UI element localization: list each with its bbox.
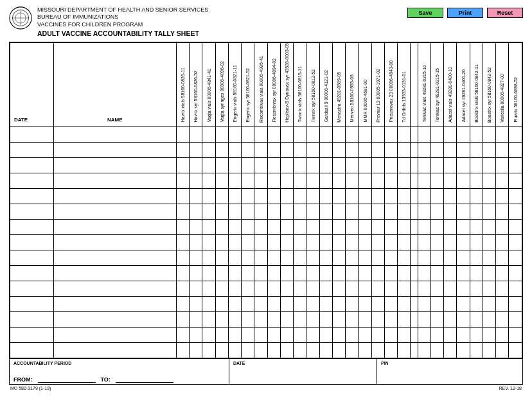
tally-cell[interactable] — [176, 204, 189, 219]
tally-cell[interactable] — [228, 204, 241, 219]
tally-cell[interactable] — [176, 127, 189, 142]
tally-cell[interactable] — [176, 265, 189, 281]
tally-cell[interactable] — [430, 342, 443, 358]
tally-cell[interactable] — [190, 250, 202, 265]
name-cell[interactable] — [53, 127, 176, 142]
tally-cell[interactable] — [319, 234, 332, 250]
tally-cell[interactable] — [254, 327, 267, 342]
date-cell[interactable] — [10, 142, 54, 157]
tally-cell[interactable] — [190, 173, 202, 188]
tally-cell[interactable] — [470, 265, 483, 281]
tally-cell[interactable] — [418, 296, 430, 311]
tally-cell[interactable] — [444, 127, 457, 142]
tally-cell[interactable] — [215, 265, 228, 281]
tally-cell[interactable] — [280, 188, 293, 204]
tally-cell[interactable] — [444, 142, 457, 157]
tally-cell[interactable] — [294, 188, 306, 204]
tally-cell[interactable] — [254, 250, 267, 265]
tally-cell[interactable] — [319, 219, 332, 234]
tally-cell[interactable] — [228, 173, 241, 188]
date-cell[interactable] — [10, 157, 54, 173]
tally-cell[interactable] — [176, 234, 189, 250]
tally-cell[interactable] — [306, 265, 319, 281]
tally-cell[interactable] — [509, 142, 522, 157]
tally-cell[interactable] — [280, 311, 293, 327]
tally-cell[interactable] — [319, 250, 332, 265]
tally-cell[interactable] — [202, 250, 215, 265]
tally-cell[interactable] — [267, 342, 280, 358]
tally-cell[interactable] — [371, 327, 384, 342]
tally-cell[interactable] — [176, 311, 189, 327]
tally-cell[interactable] — [509, 250, 522, 265]
date-cell[interactable] — [10, 234, 54, 250]
tally-cell[interactable] — [457, 250, 470, 265]
tally-cell[interactable] — [202, 234, 215, 250]
tally-cell[interactable] — [346, 142, 359, 157]
tally-cell[interactable] — [483, 188, 495, 204]
tally-cell[interactable] — [509, 219, 522, 234]
tally-cell[interactable] — [306, 142, 319, 157]
tally-cell[interactable] — [190, 311, 202, 327]
date-cell[interactable] — [10, 204, 54, 219]
tally-cell[interactable] — [346, 296, 359, 311]
tally-cell[interactable] — [346, 173, 359, 188]
tally-cell[interactable] — [254, 142, 267, 157]
tally-cell[interactable] — [319, 188, 332, 204]
tally-cell[interactable] — [332, 219, 345, 234]
tally-cell[interactable] — [242, 127, 254, 142]
tally-cell[interactable] — [509, 296, 522, 311]
tally-cell[interactable] — [254, 204, 267, 219]
tally-cell[interactable] — [294, 342, 306, 358]
tally-cell[interactable] — [228, 296, 241, 311]
tally-cell[interactable] — [384, 173, 397, 188]
tally-cell[interactable] — [228, 188, 241, 204]
tally-cell[interactable] — [267, 327, 280, 342]
tally-cell[interactable] — [359, 157, 371, 173]
tally-cell[interactable] — [371, 281, 384, 296]
tally-cell[interactable] — [215, 296, 228, 311]
tally-cell[interactable] — [294, 327, 306, 342]
tally-cell[interactable] — [430, 219, 443, 234]
tally-cell[interactable] — [470, 127, 483, 142]
tally-cell[interactable] — [346, 204, 359, 219]
tally-cell[interactable] — [483, 234, 495, 250]
tally-cell[interactable] — [444, 296, 457, 311]
tally-cell[interactable] — [470, 142, 483, 157]
tally-cell[interactable] — [359, 250, 371, 265]
date-cell[interactable] — [10, 296, 54, 311]
tally-cell[interactable] — [319, 296, 332, 311]
tally-cell[interactable] — [444, 219, 457, 234]
tally-cell[interactable] — [267, 281, 280, 296]
tally-cell[interactable] — [430, 234, 443, 250]
tally-cell[interactable] — [359, 173, 371, 188]
tally-cell[interactable] — [359, 204, 371, 219]
tally-cell[interactable] — [202, 173, 215, 188]
tally-cell[interactable] — [496, 265, 509, 281]
tally-cell[interactable] — [483, 281, 495, 296]
name-cell[interactable] — [53, 342, 176, 358]
tally-cell[interactable] — [444, 173, 457, 188]
tally-cell[interactable] — [242, 219, 254, 234]
tally-cell[interactable] — [346, 250, 359, 265]
tally-cell[interactable] — [444, 204, 457, 219]
tally-cell[interactable] — [346, 219, 359, 234]
tally-cell[interactable] — [254, 311, 267, 327]
tally-cell[interactable] — [242, 296, 254, 311]
tally-cell[interactable] — [215, 157, 228, 173]
tally-cell[interactable] — [176, 327, 189, 342]
tally-cell[interactable] — [190, 142, 202, 157]
tally-cell[interactable] — [483, 342, 495, 358]
tally-cell[interactable] — [306, 204, 319, 219]
tally-cell[interactable] — [398, 281, 411, 296]
tally-cell[interactable] — [496, 311, 509, 327]
tally-cell[interactable] — [306, 157, 319, 173]
tally-cell[interactable] — [254, 281, 267, 296]
tally-cell[interactable] — [509, 157, 522, 173]
tally-cell[interactable] — [457, 204, 470, 219]
tally-cell[interactable] — [384, 142, 397, 157]
tally-cell[interactable] — [215, 142, 228, 157]
tally-cell[interactable] — [418, 127, 430, 142]
tally-cell[interactable] — [215, 173, 228, 188]
tally-cell[interactable] — [496, 281, 509, 296]
name-cell[interactable] — [53, 142, 176, 157]
